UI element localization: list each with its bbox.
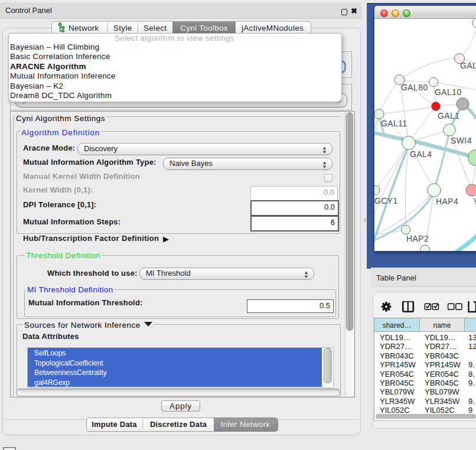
svg-text:GAL: GAL bbox=[460, 61, 476, 70]
svg-text:GCY1: GCY1 bbox=[374, 196, 398, 206]
svg-text:HAP4: HAP4 bbox=[436, 197, 458, 206]
svg-text:GAL4: GAL4 bbox=[410, 149, 432, 159]
svg-text:HAP2: HAP2 bbox=[406, 234, 429, 243]
svg-text:SWI4: SWI4 bbox=[451, 136, 472, 145]
svg-text:GAL10: GAL10 bbox=[435, 87, 462, 97]
svg-text:Y: Y bbox=[473, 197, 476, 206]
svg-text:GAL80: GAL80 bbox=[401, 83, 428, 92]
svg-text:GAL11: GAL11 bbox=[381, 119, 407, 128]
svg-text:GAL1: GAL1 bbox=[438, 111, 459, 120]
